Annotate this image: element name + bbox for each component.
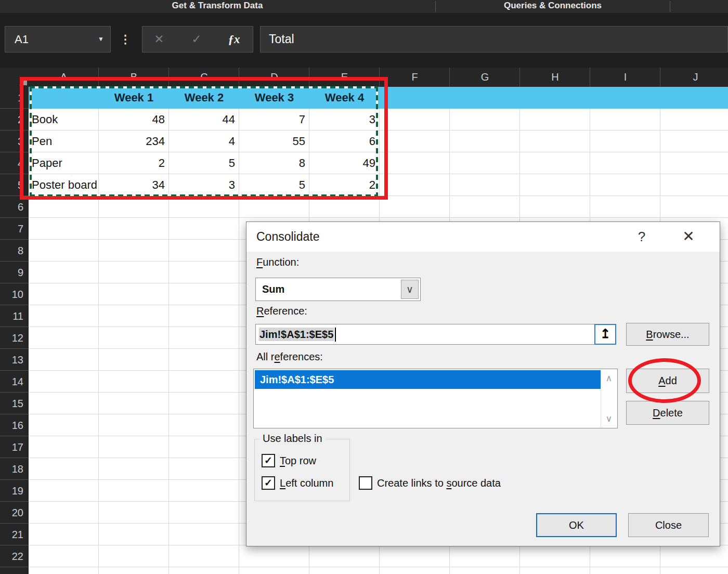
use-labels-group-label: Use labels in <box>259 433 326 445</box>
cell-value[interactable]: 3 <box>309 109 380 131</box>
reference-input[interactable]: Jim!$A$1:$E$5 ↥ <box>255 324 616 345</box>
help-icon[interactable]: ? <box>632 227 651 246</box>
dialog-titlebar[interactable]: Consolidate ? ✕ <box>246 222 720 252</box>
row-header-17[interactable]: 17 <box>0 436 29 458</box>
cell-week-header[interactable]: Week 1 <box>99 87 169 109</box>
row-header-21[interactable]: 21 <box>0 524 29 545</box>
row-header-10[interactable]: 10 <box>0 283 29 305</box>
collapse-dialog-icon[interactable]: ↥ <box>594 324 616 345</box>
row-header-3[interactable]: 3 <box>0 131 29 152</box>
left-column-label[interactable]: Left column <box>280 476 333 490</box>
row-header-6[interactable]: 6 <box>0 196 29 218</box>
column-header-C[interactable]: C <box>169 68 239 87</box>
column-header-B[interactable]: B <box>99 68 169 87</box>
cell-value[interactable]: 44 <box>169 109 239 131</box>
cell-value[interactable]: 5 <box>169 152 239 174</box>
row-header-14[interactable]: 14 <box>0 371 29 393</box>
cancel-icon[interactable]: ✕ <box>149 27 170 52</box>
column-header-F[interactable]: F <box>380 68 450 87</box>
cell-value[interactable]: 48 <box>99 109 169 131</box>
row-header-1[interactable]: 1 <box>0 87 29 109</box>
column-headers: ABCDEFGHIJ <box>29 68 728 87</box>
row-header-16[interactable]: 16 <box>0 414 29 436</box>
dialog-title: Consolidate <box>256 230 319 244</box>
cell-week-header[interactable]: Week 2 <box>169 87 239 109</box>
row-header-23[interactable]: 23 <box>0 567 29 574</box>
column-header-I[interactable]: I <box>590 68 660 87</box>
row-header-18[interactable]: 18 <box>0 458 29 480</box>
chevron-down-icon[interactable]: ∨ <box>401 280 419 299</box>
cell-value[interactable]: 2 <box>309 174 380 196</box>
ribbon-group-separator <box>435 1 436 12</box>
column-header-G[interactable]: G <box>450 68 520 87</box>
row-header-5[interactable]: 5 <box>0 174 29 196</box>
function-combobox[interactable]: Sum ∨ <box>255 278 421 301</box>
cell-item-label[interactable]: Poster board <box>30 174 99 196</box>
reference-list-item[interactable]: Jim!$A$1:$E$5 <box>255 370 601 389</box>
browse-button[interactable]: Browse... <box>626 323 709 346</box>
ribbon-group-get-transform-data: Get & Transform Data <box>172 1 263 11</box>
listbox-scrollbar[interactable]: ∧ ∨ <box>601 370 617 427</box>
insert-function-icon[interactable]: ƒx <box>224 27 244 52</box>
cell-item-label[interactable]: Pen <box>30 131 99 152</box>
row-header-11[interactable]: 11 <box>0 305 29 327</box>
create-links-checkbox[interactable] <box>359 476 372 490</box>
column-header-H[interactable]: H <box>520 68 590 87</box>
top-row-checkbox[interactable]: ✓ <box>262 454 275 467</box>
row-header-12[interactable]: 12 <box>0 327 29 349</box>
function-label: Function: <box>256 256 299 268</box>
create-links-label[interactable]: Create links to source data <box>377 476 501 490</box>
cell-value[interactable]: 34 <box>99 174 169 196</box>
cell-value[interactable]: 3 <box>169 174 239 196</box>
column-header-J[interactable]: J <box>660 68 728 87</box>
row-header-15[interactable]: 15 <box>0 393 29 414</box>
row-header-19[interactable]: 19 <box>0 480 29 502</box>
name-box-value: A1 <box>15 27 29 52</box>
more-options-icon[interactable]: ⋮ <box>120 26 129 53</box>
cell-value[interactable]: 6 <box>309 131 380 152</box>
cell-week-header[interactable]: Week 4 <box>309 87 380 109</box>
ribbon-group-separator <box>670 1 670 12</box>
text-caret <box>335 328 336 342</box>
cell-item-label[interactable]: Book <box>30 109 99 131</box>
cell-value[interactable]: 55 <box>239 131 309 152</box>
cell-value[interactable]: 8 <box>239 152 309 174</box>
formula-bar-value: Total <box>269 27 294 52</box>
row-header-22[interactable]: 22 <box>0 545 29 567</box>
cell-value[interactable]: 2 <box>99 152 169 174</box>
name-box[interactable]: A1 ▼ <box>5 26 111 53</box>
row-header-20[interactable]: 20 <box>0 502 29 524</box>
row-header-9[interactable]: 9 <box>0 262 29 283</box>
left-column-checkbox[interactable]: ✓ <box>262 476 275 490</box>
formula-bar-input[interactable]: Total <box>260 26 728 53</box>
add-button[interactable]: Add <box>626 369 709 393</box>
row-header-7[interactable]: 7 <box>0 218 29 240</box>
cell-value[interactable]: 49 <box>309 152 380 174</box>
scroll-down-icon[interactable]: ∨ <box>601 413 617 424</box>
close-icon[interactable]: ✕ <box>678 226 699 247</box>
row-header-2[interactable]: 2 <box>0 109 29 131</box>
enter-icon[interactable]: ✓ <box>186 27 207 52</box>
ribbon-group-strip: Get & Transform Data Queries & Connectio… <box>0 0 728 13</box>
cell-item-label[interactable]: Paper <box>30 152 99 174</box>
cell-value[interactable]: 7 <box>239 109 309 131</box>
row-header-13[interactable]: 13 <box>0 349 29 371</box>
column-header-A[interactable]: A <box>29 68 99 87</box>
cell-value[interactable]: 234 <box>99 131 169 152</box>
select-all-corner[interactable] <box>0 68 29 87</box>
ok-button[interactable]: OK <box>536 513 617 537</box>
delete-button[interactable]: Delete <box>626 401 709 425</box>
cell-value[interactable]: 4 <box>169 131 239 152</box>
row-header-4[interactable]: 4 <box>0 152 29 174</box>
row-header-8[interactable]: 8 <box>0 240 29 262</box>
formula-buttons-panel: ✕ ✓ ƒx <box>142 26 253 53</box>
top-row-label[interactable]: Top row <box>280 454 316 467</box>
column-header-D[interactable]: D <box>239 68 309 87</box>
cell-value[interactable]: 5 <box>239 174 309 196</box>
scroll-up-icon[interactable]: ∧ <box>601 373 617 384</box>
references-listbox[interactable]: ∧ ∨ Jim!$A$1:$E$5 <box>253 369 618 428</box>
name-box-dropdown-icon[interactable]: ▼ <box>98 27 104 52</box>
close-button[interactable]: Close <box>628 513 709 537</box>
column-header-E[interactable]: E <box>309 68 380 87</box>
cell-week-header[interactable]: Week 3 <box>239 87 309 109</box>
